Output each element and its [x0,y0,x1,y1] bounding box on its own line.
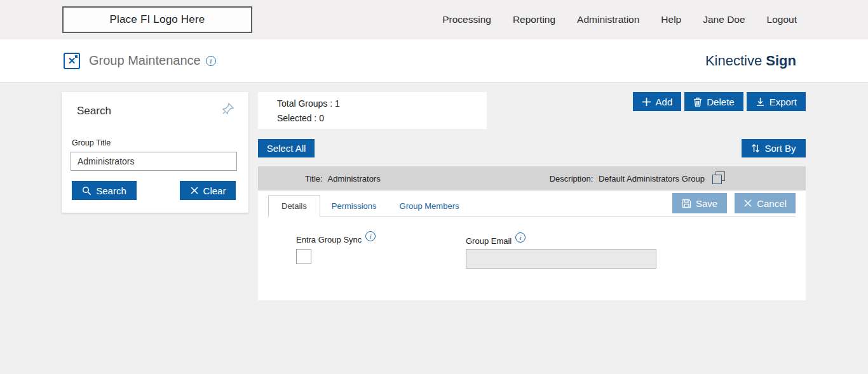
nav-reporting[interactable]: Reporting [513,14,555,25]
group-email-label: Group Emaili [466,236,526,246]
main-content: Search Group Title Search Clear Total Gr… [0,83,868,374]
fi-logo-placeholder: Place FI Logo Here [62,6,252,33]
tab-group-members[interactable]: Group Members [388,196,471,217]
search-icon [82,186,92,196]
groups-summary: Total Groups : 1 Selected : 0 [258,92,487,129]
search-button[interactable]: Search [72,181,137,200]
tab-details[interactable]: Details [268,195,320,217]
pin-icon[interactable] [222,102,234,115]
copy-front-square [712,175,722,184]
page-header: ✕ Group Maintenance i Kinective Sign [0,39,868,83]
group-description-value: Default Administrators Group [599,174,705,184]
export-button-label: Export [770,97,797,107]
trash-icon [693,97,702,107]
select-all-label: Select All [267,143,306,154]
nav-administration[interactable]: Administration [577,14,639,25]
group-email-input [466,249,656,269]
group-email-info-icon[interactable]: i [515,232,526,243]
delete-button-label: Delete [707,97,734,107]
group-description-field-label: Description: [550,174,593,184]
group-email-label-text: Group Email [466,236,512,246]
group-title-field-label: Title: [305,174,323,184]
save-button-label: Save [696,198,717,209]
top-bar: Place FI Logo Here Processing Reporting … [0,0,868,39]
brand-logo: Kinective Sign [705,53,796,69]
page-title: Group Maintenance [89,53,201,68]
group-title-pair: Title: Administrators [305,174,381,184]
cancel-x-icon [743,199,752,208]
total-groups-count: Total Groups : 1 [277,98,487,109]
search-panel-title: Search [77,105,111,117]
group-maintenance-icon: ✕ [64,53,80,69]
nav-logout[interactable]: Logout [767,14,797,25]
select-all-button[interactable]: Select All [258,139,315,157]
sort-arrows-icon [751,144,760,153]
entra-group-sync-label-text: Entra Group Sync [296,235,362,244]
nav-help[interactable]: Help [661,14,681,25]
export-button[interactable]: Export [747,92,806,111]
group-title-label: Group Title [72,138,111,147]
entra-group-sync-label: Entra Group Synci [296,235,376,245]
add-button[interactable]: Add [633,92,682,111]
group-row[interactable]: Title: Administrators Description: Defau… [258,166,806,190]
entra-group-sync-info-icon[interactable]: i [365,231,376,241]
cancel-button[interactable]: Cancel [735,193,796,213]
group-detail-panel: Title: Administrators Description: Defau… [258,166,806,300]
icon-corner-dot [75,55,78,58]
save-floppy-icon [682,199,691,208]
search-panel: Search Group Title Search Clear [62,92,248,213]
sort-by-label: Sort By [764,143,796,154]
group-detail-body: Details Permissions Group Members Save C… [258,190,806,300]
search-button-label: Search [96,185,126,196]
nav-user-jane-doe[interactable]: Jane Doe [703,14,745,25]
clear-button-label: Clear [203,185,226,196]
clear-button[interactable]: Clear [180,181,236,200]
delete-button[interactable]: Delete [684,92,743,111]
page-title-info-icon[interactable]: i [206,56,216,66]
sort-by-button[interactable]: Sort By [742,139,806,157]
brand-name: Kinective [705,53,762,69]
plus-icon [642,97,651,107]
download-icon [756,97,765,107]
group-description-pair: Description: Default Administrators Grou… [550,174,705,184]
cancel-button-label: Cancel [757,198,787,209]
add-button-label: Add [656,97,673,107]
clear-x-icon [190,186,199,195]
nav-processing[interactable]: Processing [442,14,491,25]
selected-count: Selected : 0 [277,113,487,123]
save-button[interactable]: Save [672,193,727,213]
tab-permissions[interactable]: Permissions [320,196,388,217]
copy-icon[interactable] [712,171,726,185]
entra-group-sync-checkbox[interactable] [296,249,311,264]
group-actions-toolbar: Add Delete Export [633,92,806,111]
top-navigation: Processing Reporting Administration Help… [442,14,797,25]
group-title-value: Administrators [328,174,381,184]
brand-product: Sign [766,53,796,69]
group-title-input[interactable] [71,152,237,171]
